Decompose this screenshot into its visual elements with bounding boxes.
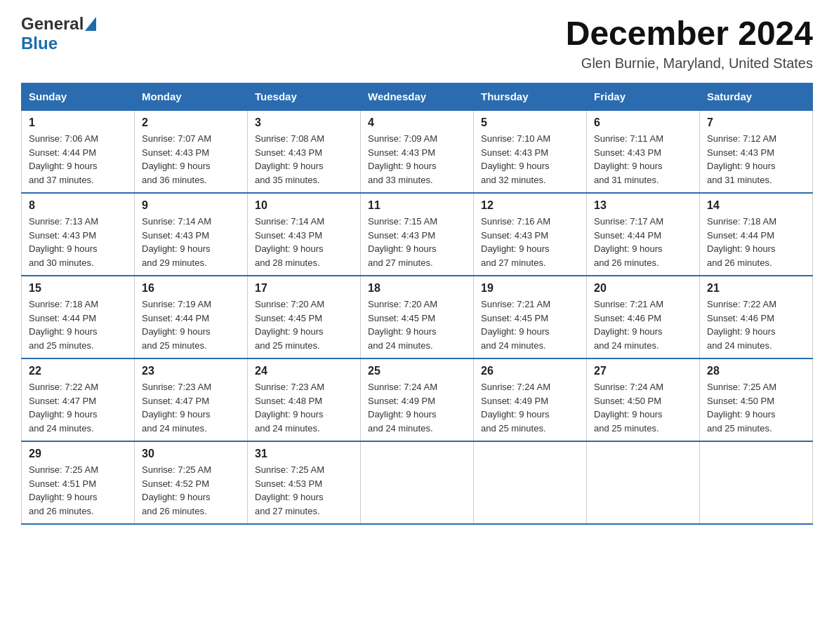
calendar-header-row: SundayMondayTuesdayWednesdayThursdayFrid… xyxy=(22,83,813,111)
day-info: Sunrise: 7:23 AM Sunset: 4:47 PM Dayligh… xyxy=(142,380,240,435)
calendar-cell xyxy=(700,441,813,524)
day-number: 19 xyxy=(481,282,579,295)
day-of-week-header: Thursday xyxy=(474,83,587,111)
day-info: Sunrise: 7:17 AM Sunset: 4:44 PM Dayligh… xyxy=(594,215,692,269)
day-info: Sunrise: 7:11 AM Sunset: 4:43 PM Dayligh… xyxy=(594,132,692,187)
day-number: 29 xyxy=(29,448,127,460)
day-of-week-header: Tuesday xyxy=(248,83,361,111)
calendar-cell: 5 Sunrise: 7:10 AM Sunset: 4:43 PM Dayli… xyxy=(474,110,587,193)
calendar-cell: 22 Sunrise: 7:22 AM Sunset: 4:47 PM Dayl… xyxy=(22,358,135,441)
calendar-cell: 13 Sunrise: 7:17 AM Sunset: 4:44 PM Dayl… xyxy=(587,193,700,276)
day-info: Sunrise: 7:25 AM Sunset: 4:52 PM Dayligh… xyxy=(142,463,240,518)
day-number: 11 xyxy=(368,199,466,212)
day-number: 13 xyxy=(594,199,692,212)
day-info: Sunrise: 7:14 AM Sunset: 4:43 PM Dayligh… xyxy=(142,215,240,269)
calendar-week-row: 15 Sunrise: 7:18 AM Sunset: 4:44 PM Dayl… xyxy=(22,276,813,358)
day-info: Sunrise: 7:15 AM Sunset: 4:43 PM Dayligh… xyxy=(368,215,466,269)
day-info: Sunrise: 7:10 AM Sunset: 4:43 PM Dayligh… xyxy=(481,132,579,187)
calendar-cell: 12 Sunrise: 7:16 AM Sunset: 4:43 PM Dayl… xyxy=(474,193,587,276)
calendar-cell: 15 Sunrise: 7:18 AM Sunset: 4:44 PM Dayl… xyxy=(22,276,135,358)
logo-triangle-icon xyxy=(85,17,96,31)
logo-blue-text: Blue xyxy=(21,34,58,53)
calendar-cell: 10 Sunrise: 7:14 AM Sunset: 4:43 PM Dayl… xyxy=(248,193,361,276)
calendar-cell: 26 Sunrise: 7:24 AM Sunset: 4:49 PM Dayl… xyxy=(474,358,587,441)
calendar-week-row: 8 Sunrise: 7:13 AM Sunset: 4:43 PM Dayli… xyxy=(22,193,813,276)
logo-general-text: General xyxy=(21,14,84,34)
calendar-cell xyxy=(474,441,587,524)
calendar-cell: 16 Sunrise: 7:19 AM Sunset: 4:44 PM Dayl… xyxy=(135,276,248,358)
day-number: 6 xyxy=(594,116,692,129)
calendar-cell: 27 Sunrise: 7:24 AM Sunset: 4:50 PM Dayl… xyxy=(587,358,700,441)
calendar-cell: 24 Sunrise: 7:23 AM Sunset: 4:48 PM Dayl… xyxy=(248,358,361,441)
day-info: Sunrise: 7:21 AM Sunset: 4:45 PM Dayligh… xyxy=(481,297,579,352)
calendar-cell: 6 Sunrise: 7:11 AM Sunset: 4:43 PM Dayli… xyxy=(587,110,700,193)
calendar-cell: 29 Sunrise: 7:25 AM Sunset: 4:51 PM Dayl… xyxy=(22,441,135,524)
day-number: 8 xyxy=(29,199,127,212)
day-info: Sunrise: 7:06 AM Sunset: 4:44 PM Dayligh… xyxy=(29,132,127,187)
day-info: Sunrise: 7:25 AM Sunset: 4:50 PM Dayligh… xyxy=(707,380,805,435)
day-number: 24 xyxy=(255,365,353,377)
day-info: Sunrise: 7:16 AM Sunset: 4:43 PM Dayligh… xyxy=(481,215,579,269)
calendar-cell xyxy=(587,441,700,524)
day-number: 1 xyxy=(29,116,127,129)
day-number: 27 xyxy=(594,365,692,377)
calendar-cell: 20 Sunrise: 7:21 AM Sunset: 4:46 PM Dayl… xyxy=(587,276,700,358)
day-of-week-header: Saturday xyxy=(700,83,813,111)
day-info: Sunrise: 7:24 AM Sunset: 4:49 PM Dayligh… xyxy=(481,380,579,435)
calendar-cell: 21 Sunrise: 7:22 AM Sunset: 4:46 PM Dayl… xyxy=(700,276,813,358)
location-subtitle: Glen Burnie, Maryland, United States xyxy=(566,55,813,72)
calendar-cell: 8 Sunrise: 7:13 AM Sunset: 4:43 PM Dayli… xyxy=(22,193,135,276)
day-info: Sunrise: 7:20 AM Sunset: 4:45 PM Dayligh… xyxy=(255,297,353,352)
day-of-week-header: Monday xyxy=(135,83,248,111)
calendar-cell: 1 Sunrise: 7:06 AM Sunset: 4:44 PM Dayli… xyxy=(22,110,135,193)
day-info: Sunrise: 7:25 AM Sunset: 4:51 PM Dayligh… xyxy=(29,463,127,518)
calendar-cell: 28 Sunrise: 7:25 AM Sunset: 4:50 PM Dayl… xyxy=(700,358,813,441)
day-info: Sunrise: 7:23 AM Sunset: 4:48 PM Dayligh… xyxy=(255,380,353,435)
day-number: 20 xyxy=(594,282,692,295)
calendar-cell: 9 Sunrise: 7:14 AM Sunset: 4:43 PM Dayli… xyxy=(135,193,248,276)
calendar-cell: 17 Sunrise: 7:20 AM Sunset: 4:45 PM Dayl… xyxy=(248,276,361,358)
day-info: Sunrise: 7:18 AM Sunset: 4:44 PM Dayligh… xyxy=(707,215,805,269)
calendar-table: SundayMondayTuesdayWednesdayThursdayFrid… xyxy=(21,83,813,525)
day-of-week-header: Friday xyxy=(587,83,700,111)
day-number: 21 xyxy=(707,282,805,295)
page-header: General Blue December 2024 Glen Burnie, … xyxy=(21,14,813,72)
calendar-cell: 30 Sunrise: 7:25 AM Sunset: 4:52 PM Dayl… xyxy=(135,441,248,524)
day-info: Sunrise: 7:14 AM Sunset: 4:43 PM Dayligh… xyxy=(255,215,353,269)
calendar-cell: 14 Sunrise: 7:18 AM Sunset: 4:44 PM Dayl… xyxy=(700,193,813,276)
day-info: Sunrise: 7:13 AM Sunset: 4:43 PM Dayligh… xyxy=(29,215,127,269)
day-info: Sunrise: 7:22 AM Sunset: 4:47 PM Dayligh… xyxy=(29,380,127,435)
day-number: 9 xyxy=(142,199,240,212)
day-number: 16 xyxy=(142,282,240,295)
day-of-week-header: Sunday xyxy=(22,83,135,111)
month-title: December 2024 xyxy=(566,14,813,53)
day-number: 15 xyxy=(29,282,127,295)
title-section: December 2024 Glen Burnie, Maryland, Uni… xyxy=(566,14,813,72)
day-info: Sunrise: 7:09 AM Sunset: 4:43 PM Dayligh… xyxy=(368,132,466,187)
day-info: Sunrise: 7:22 AM Sunset: 4:46 PM Dayligh… xyxy=(707,297,805,352)
day-number: 14 xyxy=(707,199,805,212)
day-info: Sunrise: 7:25 AM Sunset: 4:53 PM Dayligh… xyxy=(255,463,353,518)
calendar-cell: 7 Sunrise: 7:12 AM Sunset: 4:43 PM Dayli… xyxy=(700,110,813,193)
day-info: Sunrise: 7:21 AM Sunset: 4:46 PM Dayligh… xyxy=(594,297,692,352)
calendar-week-row: 22 Sunrise: 7:22 AM Sunset: 4:47 PM Dayl… xyxy=(22,358,813,441)
day-number: 30 xyxy=(142,448,240,460)
calendar-week-row: 29 Sunrise: 7:25 AM Sunset: 4:51 PM Dayl… xyxy=(22,441,813,524)
day-info: Sunrise: 7:19 AM Sunset: 4:44 PM Dayligh… xyxy=(142,297,240,352)
calendar-cell: 18 Sunrise: 7:20 AM Sunset: 4:45 PM Dayl… xyxy=(361,276,474,358)
calendar-cell: 4 Sunrise: 7:09 AM Sunset: 4:43 PM Dayli… xyxy=(361,110,474,193)
calendar-cell xyxy=(361,441,474,524)
calendar-cell: 3 Sunrise: 7:08 AM Sunset: 4:43 PM Dayli… xyxy=(248,110,361,193)
calendar-week-row: 1 Sunrise: 7:06 AM Sunset: 4:44 PM Dayli… xyxy=(22,110,813,193)
day-number: 22 xyxy=(29,365,127,377)
calendar-cell: 2 Sunrise: 7:07 AM Sunset: 4:43 PM Dayli… xyxy=(135,110,248,193)
day-info: Sunrise: 7:24 AM Sunset: 4:50 PM Dayligh… xyxy=(594,380,692,435)
day-info: Sunrise: 7:24 AM Sunset: 4:49 PM Dayligh… xyxy=(368,380,466,435)
logo: General Blue xyxy=(21,14,96,53)
day-number: 2 xyxy=(142,116,240,129)
calendar-cell: 11 Sunrise: 7:15 AM Sunset: 4:43 PM Dayl… xyxy=(361,193,474,276)
day-number: 4 xyxy=(368,116,466,129)
day-number: 10 xyxy=(255,199,353,212)
calendar-cell: 19 Sunrise: 7:21 AM Sunset: 4:45 PM Dayl… xyxy=(474,276,587,358)
day-number: 7 xyxy=(707,116,805,129)
